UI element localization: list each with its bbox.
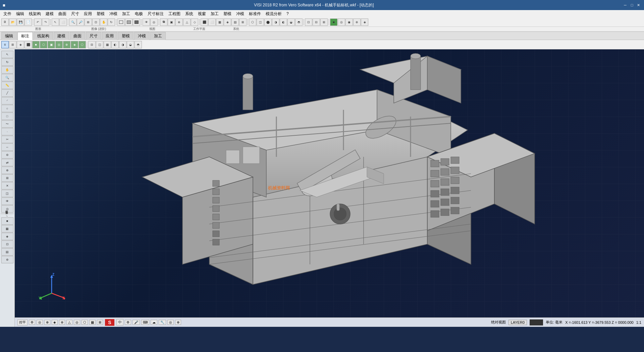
input-icon-e[interactable]: 🔧 (159, 320, 166, 325)
annot-btn-b[interactable]: ⊞ (9, 41, 16, 48)
zoom-win-btn[interactable]: ⊡ (92, 18, 100, 26)
input-method-btn[interactable]: 中 (116, 319, 123, 325)
open-btn[interactable]: 📂 (9, 18, 16, 26)
status-icon-j[interactable]: ⊞ (97, 320, 103, 325)
input-icon-d[interactable]: ☁ (151, 320, 157, 325)
menu-moldflow[interactable]: 模流分析 (264, 10, 284, 17)
input-icon-g[interactable]: ⊕ (175, 320, 181, 325)
sb-spline[interactable]: 〜 (1, 120, 13, 128)
view-btn-e[interactable]: ◐ (280, 18, 287, 26)
sys-btn-e[interactable]: ◈ (361, 18, 368, 26)
saveas-btn[interactable]: 📄 (24, 18, 32, 26)
new-btn[interactable]: 🗋 (1, 18, 9, 26)
sb-circle[interactable]: ○ (1, 105, 13, 112)
annot-btn-c[interactable]: ◈ (17, 41, 24, 48)
zoom-all-btn[interactable]: ⊞ (85, 18, 92, 26)
menu-view[interactable]: 视窗 (196, 10, 208, 17)
solid-btn[interactable] (133, 18, 140, 26)
view-btn-c[interactable]: ⬤ (264, 18, 272, 26)
status-icon-a[interactable]: ⚙ (29, 320, 35, 325)
status-icon-b[interactable]: ◎ (37, 320, 43, 325)
minimize-button[interactable]: ─ (623, 2, 628, 8)
wire-btn[interactable] (117, 18, 125, 26)
sb-pan[interactable]: ✋ (1, 66, 13, 74)
status-icon-i[interactable]: ▦ (89, 320, 96, 325)
annot-3d-d[interactable]: ◎ (55, 41, 63, 48)
img-btn-c[interactable]: ▦ (216, 18, 223, 26)
pan-btn[interactable]: ✋ (100, 18, 107, 26)
annot-3d-c[interactable]: ▣ (48, 41, 55, 48)
sys-btn-b[interactable]: ◎ (338, 18, 345, 26)
view-btn-f[interactable]: ◒ (287, 18, 295, 26)
zoom-in-btn[interactable]: 🔍 (69, 18, 76, 26)
sb-layer[interactable]: ◫ (1, 190, 13, 197)
img-btn-e[interactable]: ▤ (231, 18, 239, 26)
annot-3d-e[interactable]: ⊕ (63, 41, 70, 48)
input-icon-f[interactable]: ◎ (167, 320, 174, 325)
status-icon-h[interactable]: ⬡ (82, 320, 88, 325)
sb-show[interactable]: ◎ (1, 205, 13, 213)
input-icon-b[interactable]: 🎤 (132, 320, 140, 325)
maximize-button[interactable]: □ (629, 2, 635, 8)
annot-btn-i[interactable]: ◑ (119, 41, 126, 48)
sb-measure[interactable]: 📏 (1, 82, 13, 89)
hide-btn[interactable]: 👁 (143, 18, 150, 26)
sb-extend[interactable]: ↔ (1, 143, 13, 151)
annot-3d-b[interactable]: ⬡ (40, 41, 47, 48)
menu-help[interactable]: ? (284, 11, 291, 17)
sb-arc[interactable]: ◜ (1, 97, 13, 104)
sys-btn-d[interactable]: ⊛ (353, 18, 361, 26)
menu-electrode[interactable]: 电极 (133, 10, 145, 17)
annot-3d-g[interactable]: ⬡ (78, 41, 86, 48)
menu-wireframe[interactable]: 线架构 (27, 10, 43, 17)
input-icon-a[interactable]: ⚙ (125, 320, 131, 325)
tb-btn-c[interactable]: ⊕ (175, 18, 183, 26)
view-btn-a[interactable]: ⬡ (249, 18, 256, 26)
tab-apply[interactable]: 应用 (102, 32, 117, 40)
img-btn-f[interactable]: ⊞ (239, 18, 247, 26)
annot-btn-e[interactable]: ⊟ (88, 41, 96, 48)
img-btn-a[interactable]: ⬛ (201, 18, 208, 26)
menu-file[interactable]: 文件 (1, 10, 13, 17)
sb-props-e[interactable]: ▤ (1, 248, 13, 256)
sb-zoom[interactable]: 🔍 (1, 74, 13, 81)
status-icon-c[interactable]: ⊕ (44, 320, 50, 325)
tb-btn-b[interactable]: ▣ (168, 18, 175, 26)
sb-trim[interactable]: ✂ (1, 136, 13, 143)
menu-machining2[interactable]: 加工 (209, 10, 221, 17)
viewport-3d[interactable]: Z X Y 机械资料网 控平 ⚙ ◎ ⊕ ◈ (15, 49, 644, 327)
menu-machining[interactable]: 加工 (120, 10, 132, 17)
sb-props-f[interactable]: ⊛ (1, 256, 13, 263)
color-swatch[interactable] (530, 319, 543, 325)
sb-hide[interactable]: 👁 (1, 197, 13, 205)
sb-props-d[interactable]: ⊡ (1, 240, 13, 248)
surface-btn[interactable] (125, 18, 132, 26)
annot-btn-j[interactable]: ◒ (127, 41, 134, 48)
menu-mold[interactable]: 塑模 (221, 10, 233, 17)
sb-delete[interactable]: ✕ (1, 182, 13, 189)
menu-apply[interactable]: 应用 (82, 10, 94, 17)
annot-3d-a[interactable]: ■ (32, 41, 40, 48)
status-icon-d[interactable]: ◈ (52, 320, 58, 325)
tb-btn-a[interactable]: ⧉ (160, 18, 167, 26)
tab-punch[interactable]: 冲模 (134, 32, 150, 40)
menu-dimension2[interactable]: 尺寸标注 (146, 10, 166, 17)
menu-dimension[interactable]: 尺寸 (69, 10, 81, 17)
menu-system[interactable]: 系统 (183, 10, 195, 17)
img-btn-d[interactable]: ◈ (224, 18, 231, 26)
sb-point[interactable]: · (1, 128, 13, 135)
sb-mirror[interactable]: ⇌ (1, 159, 13, 166)
status-mode-btn[interactable]: 控平 (17, 319, 28, 325)
tab-dimension[interactable]: 尺寸 (86, 32, 101, 40)
menu-punch2[interactable]: 冲模 (234, 10, 246, 17)
annot-btn-f[interactable]: ◫ (96, 41, 103, 48)
status-icon-f[interactable]: △ (66, 320, 72, 325)
show-btn[interactable]: ◎ (150, 18, 158, 26)
menu-standard[interactable]: 标准件 (247, 10, 263, 17)
tab-edit[interactable]: 编辑 (1, 32, 17, 40)
wp-btn-b[interactable]: ⊟ (313, 18, 320, 26)
status-icon-e[interactable]: ⊛ (59, 320, 65, 325)
img-btn-b[interactable]: ⬜ (208, 18, 216, 26)
wp-btn-c[interactable]: ⊞ (320, 18, 328, 26)
sb-props-c[interactable]: ◈ (1, 233, 13, 240)
